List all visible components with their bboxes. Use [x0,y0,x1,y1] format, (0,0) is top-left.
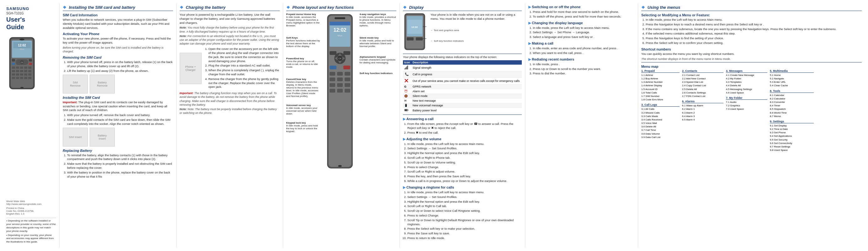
adj-step-2: Select Settings → Set Sound Profiles. [407,147,522,151]
table-row: Out of your service area; you cannot mak… [403,78,522,85]
svg-rect-54 [337,72,343,75]
status-icon-alarm: ⏰ [403,89,411,94]
ringtone-steps: In Idle mode, press the Left soft key to… [403,190,522,240]
svg-rect-52 [343,66,350,69]
section2-header: ❖ Charging the battery [180,5,280,11]
removing-step-2: Lift the battery up (1) and away (2) fro… [67,69,173,73]
activate-text: To activate your new phone, power-off th… [63,37,173,45]
status-col-icon: Icon [403,60,411,65]
svg-rect-13 [29,63,32,65]
svg-rect-14 [12,66,15,69]
user-guide-title: User'sGuide [6,16,25,31]
svg-rect-17 [24,66,27,69]
status-desc-alarm: Alarm set [411,89,522,94]
status-desc-silent: Silent mode [411,94,522,98]
sim-info-header: SIM Card Information [63,13,173,17]
answering-step-1: From the Idle screen, press the Accept s… [407,122,522,130]
status-icon-gprs: G [403,85,411,89]
menu-col-contacts: 2. Contacts 2.1 Contact List 2.2 Add New… [682,69,726,152]
menu-map: 1. Prepaid 1.1 Airtime 1.2 Buy Airtime 1… [641,69,862,152]
adj-step-1: In Idle mode, press the Left soft key to… [407,142,522,146]
shortcut-header: Shortcut numbers [641,48,862,51]
status-icon-battery [403,108,411,113]
adj-step-7: Scroll Left or Right to adjust volume. [407,170,522,174]
removing-sim-header: Removing the SIM Card [63,56,173,59]
table-row: ✉ New text message [403,98,522,103]
svg-rect-37 [335,17,345,19]
shortcut-note: The shortcut number displays in front of… [641,57,862,61]
sim-removal-img: SIMRemove [63,75,88,94]
installing-step-1: With your phone turned off, remove the b… [67,113,173,117]
battery-insert-img: BatteryInsert [90,128,115,147]
svg-rect-22 [24,70,27,72]
svg-rect-60 [337,83,343,87]
ring-step-2: Select Settings → Set Sound Profiles. [407,195,522,199]
nav-keys-callout: 4-way navigation keys In Idle mode, prov… [360,13,396,27]
svg-rect-62 [330,89,335,93]
svg-rect-71 [407,37,414,40]
making-step-1: In Idle mode, enter an area code and pho… [533,46,635,51]
table-row: 📞 Call in progress [403,71,522,78]
sim-insert-img: SIM Insert [63,128,88,147]
status-desc-voicemail: New voicemail message [411,103,522,108]
table-row: Battery power level [403,108,522,113]
phone-graphic-center: 12:02 Mon OK [321,13,359,185]
cover-panel: SAMSUNG SGH-T101G User'sGuide 12:02 Mon … [3,3,60,248]
charging-intro: Your phone is powered by a rechargeable … [180,13,280,25]
table-row: 📱 New voicemail message [403,103,522,108]
display-section: 12:02 Your phone is in Idle mode when yo… [403,13,522,51]
svg-rect-32 [24,77,27,79]
right-callouts: 4-way navigation keys In Idle mode, prov… [360,13,396,185]
svg-rect-15 [16,66,19,69]
model-number: SGH-T101G [6,11,24,15]
ring-step-4: Scroll Left or Right to Call tab. [407,204,522,208]
switch-step-2: To switch off the phone, press and hold … [533,15,635,19]
voicemail-callout: Voicemail server key In Idle mode, acces… [286,104,320,115]
svg-rect-41 [330,22,350,25]
menu-col-messages: 4. Messages 4.1 Create New Message 4.2 M… [726,69,770,152]
svg-rect-61 [345,83,350,87]
svg-rect-29 [12,77,15,79]
table-row: 🔕 Silent mode [403,94,522,98]
bottom-info: World Wide Web http://www.samsungmobile.… [6,200,42,215]
svg-rect-24 [12,73,15,75]
installing-step-2: Make sure the gold contacts of the SIM c… [67,118,173,126]
charging-step-4: Remove the charger from the phone by gen… [209,77,280,89]
status-icon-call: 📞 [403,71,411,78]
phone-illustration: 12:02 Mon OK [6,36,38,91]
svg-rect-76 [405,67,406,69]
redialing-header: ▶ Redialing recent numbers [528,57,635,62]
status-desc-battery: Battery power level [411,108,522,113]
svg-text:Mon: Mon [20,48,24,50]
svg-rect-49 [330,51,337,55]
status-desc-gprs: GPRS network [411,85,522,89]
adjusting-volume-header: ▶ Adjusting the volume [403,137,522,141]
cancel-key-callout: Cancel/Clear key Deletes characters from… [286,78,320,98]
ring-step-5: Scroll Up or Down to select Voice Call R… [407,209,522,213]
section4-header: ❖ Display [403,5,522,11]
prepaid-callout: Prepaid menu/ Home key In Idle mode, acc… [286,13,320,27]
charging-note1: Note: You must fully charge the battery … [180,26,280,33]
soft-key-indicators-callout: Soft key function indicators [360,72,396,75]
section-charging: ❖ Charging the battery Your phone is pow… [177,3,283,248]
lang-step-2: Select Settings → Set Phone → Language. [533,30,635,34]
charging-step-3: When the phone is completely charged ( )… [209,68,280,76]
ring-step-3: Highlight the Normal option and press th… [407,200,522,204]
svg-rect-19 [12,70,15,72]
table-row: ⏰ Alarm set [403,89,522,94]
sim-info-text: When you subscribe to network services, … [63,18,173,30]
lang-step-3: Select a language and press Save soft ke… [533,35,635,39]
svg-rect-12 [12,63,15,65]
samsung-logo: SAMSUNG [6,6,29,11]
svg-rect-26 [20,73,23,75]
svg-rect-10 [12,59,15,62]
status-icon-no-service [403,78,411,85]
left-callouts: Prepaid menu/ Home key In Idle mode, acc… [286,13,320,185]
table-row: Signal strength [403,65,522,71]
select-step-4: If the selected menu contains additional… [646,32,862,36]
keypad-lock-callout: Keypad lock key In Idle mode, press and … [286,121,320,133]
redialing-steps: In Idle mode, press . Press Up or Down t… [528,62,635,75]
adj-step-5: Scroll Up or Down to Volume setting. [407,161,522,165]
adj-step-9: While a call is in progress, press Up or… [407,179,522,183]
removing-steps: With your phone turned off, press in on … [63,60,173,73]
